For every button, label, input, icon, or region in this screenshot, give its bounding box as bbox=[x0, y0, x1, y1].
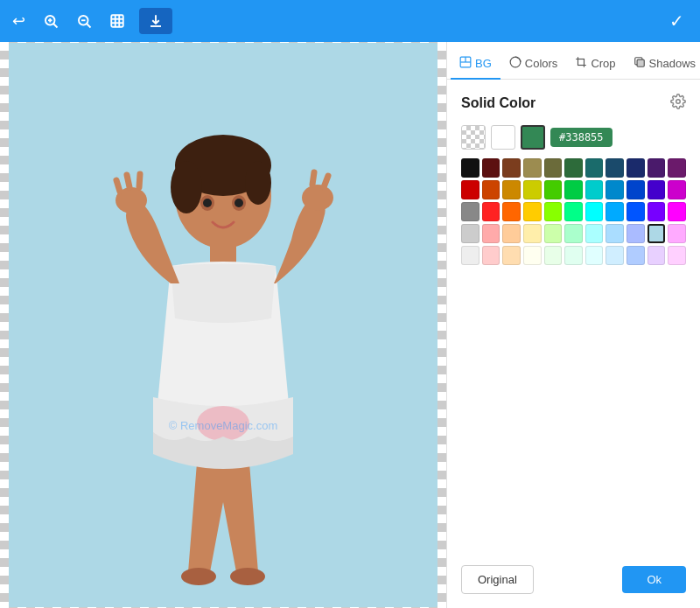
svg-line-29 bbox=[312, 172, 314, 185]
color-swatch[interactable] bbox=[461, 224, 480, 243]
color-swatch[interactable] bbox=[648, 246, 666, 265]
shadows-tab-icon bbox=[634, 56, 646, 71]
color-swatch[interactable] bbox=[502, 158, 521, 178]
zoom-in-button[interactable] bbox=[39, 10, 62, 32]
color-swatch[interactable] bbox=[523, 180, 542, 199]
color-swatch[interactable] bbox=[461, 202, 480, 221]
svg-line-27 bbox=[139, 174, 140, 187]
color-swatch[interactable] bbox=[648, 158, 666, 178]
color-swatch[interactable] bbox=[626, 224, 645, 243]
color-swatch[interactable] bbox=[606, 246, 624, 265]
hex-color-display[interactable]: #338855 bbox=[550, 128, 612, 147]
color-swatch[interactable] bbox=[544, 224, 563, 243]
color-swatch[interactable] bbox=[544, 202, 563, 221]
color-swatch[interactable] bbox=[564, 158, 583, 178]
color-grid bbox=[461, 158, 686, 265]
color-swatch[interactable] bbox=[606, 180, 624, 199]
tab-crop-label: Crop bbox=[591, 57, 615, 70]
original-button[interactable]: Original bbox=[461, 565, 534, 594]
ok-button[interactable]: Ok bbox=[622, 566, 686, 593]
svg-point-30 bbox=[181, 568, 216, 585]
svg-point-15 bbox=[171, 161, 202, 213]
tab-crop[interactable]: Crop bbox=[566, 49, 624, 80]
tab-shadows[interactable]: Shadows bbox=[625, 49, 700, 80]
color-swatch[interactable] bbox=[564, 180, 583, 199]
color-swatch[interactable] bbox=[502, 202, 521, 221]
zoom-out-button[interactable] bbox=[73, 10, 95, 32]
color-swatch[interactable] bbox=[668, 224, 686, 243]
color-swatch[interactable] bbox=[626, 202, 645, 221]
svg-rect-36 bbox=[578, 59, 584, 66]
bottom-buttons: Original Ok bbox=[447, 565, 700, 608]
color-swatch[interactable] bbox=[585, 224, 604, 243]
color-swatch[interactable] bbox=[461, 158, 480, 178]
color-swatch[interactable] bbox=[626, 158, 645, 178]
svg-point-31 bbox=[230, 568, 265, 585]
selected-green-swatch[interactable] bbox=[521, 125, 545, 150]
color-swatch[interactable] bbox=[626, 180, 645, 199]
color-row bbox=[461, 246, 686, 265]
color-swatch[interactable] bbox=[523, 224, 542, 243]
crop-tab-icon bbox=[575, 56, 587, 71]
color-swatch[interactable] bbox=[668, 158, 686, 178]
color-swatch[interactable] bbox=[523, 202, 542, 221]
color-swatch[interactable] bbox=[482, 246, 500, 265]
color-swatch[interactable] bbox=[564, 202, 583, 221]
right-panel: BG Colors Crop bbox=[446, 42, 700, 608]
color-swatch[interactable] bbox=[523, 158, 542, 178]
color-swatch[interactable] bbox=[502, 246, 521, 265]
white-swatch[interactable] bbox=[491, 125, 515, 150]
color-swatch[interactable] bbox=[482, 202, 500, 221]
color-swatch[interactable] bbox=[606, 224, 624, 243]
download-button[interactable] bbox=[139, 8, 172, 34]
color-swatch[interactable] bbox=[544, 180, 563, 199]
color-row bbox=[461, 158, 686, 178]
svg-point-24 bbox=[302, 185, 333, 211]
main-area: © RemoveMagic.com BG bbox=[0, 42, 700, 608]
color-swatch[interactable] bbox=[461, 246, 480, 265]
color-swatch[interactable] bbox=[502, 180, 521, 199]
color-swatch[interactable] bbox=[482, 158, 500, 178]
color-swatch[interactable] bbox=[626, 246, 645, 265]
color-swatch[interactable] bbox=[585, 202, 604, 221]
color-swatch[interactable] bbox=[648, 202, 666, 221]
tab-shadows-label: Shadows bbox=[649, 57, 696, 70]
color-swatch[interactable] bbox=[544, 246, 563, 265]
svg-line-28 bbox=[324, 176, 328, 187]
svg-line-26 bbox=[127, 175, 130, 187]
color-swatch[interactable] bbox=[502, 224, 521, 243]
tab-bg[interactable]: BG bbox=[451, 49, 500, 80]
svg-line-5 bbox=[87, 24, 91, 28]
svg-point-39 bbox=[676, 100, 681, 104]
color-swatch[interactable] bbox=[668, 180, 686, 199]
svg-line-25 bbox=[116, 180, 120, 192]
color-swatch[interactable] bbox=[648, 224, 666, 243]
color-swatch[interactable] bbox=[606, 202, 624, 221]
transparent-swatch[interactable] bbox=[461, 125, 486, 150]
color-swatch[interactable] bbox=[585, 246, 604, 265]
solid-color-title: Solid Color bbox=[461, 95, 536, 111]
color-swatch[interactable] bbox=[544, 158, 563, 178]
color-swatch[interactable] bbox=[564, 246, 583, 265]
color-swatch[interactable] bbox=[668, 246, 686, 265]
color-swatch[interactable] bbox=[482, 180, 500, 199]
svg-rect-7 bbox=[111, 15, 123, 27]
color-swatch[interactable] bbox=[523, 246, 542, 265]
color-swatch[interactable] bbox=[648, 180, 666, 199]
undo-button[interactable]: ↩ bbox=[9, 8, 29, 34]
tab-colors-label: Colors bbox=[525, 57, 558, 70]
color-swatch[interactable] bbox=[585, 158, 604, 178]
tab-colors[interactable]: Colors bbox=[500, 49, 567, 80]
color-swatch[interactable] bbox=[606, 158, 624, 178]
tabs-row: BG Colors Crop bbox=[447, 42, 700, 80]
fit-screen-button[interactable] bbox=[106, 10, 129, 32]
color-swatch[interactable] bbox=[668, 202, 686, 221]
color-swatch[interactable] bbox=[461, 180, 480, 199]
color-swatch[interactable] bbox=[585, 180, 604, 199]
color-swatch[interactable] bbox=[564, 224, 583, 243]
settings-icon[interactable] bbox=[670, 94, 686, 113]
tab-bg-label: BG bbox=[475, 57, 492, 70]
confirm-button[interactable]: ✓ bbox=[662, 7, 691, 35]
color-swatch[interactable] bbox=[482, 224, 500, 243]
canvas-area: © RemoveMagic.com bbox=[0, 42, 446, 608]
